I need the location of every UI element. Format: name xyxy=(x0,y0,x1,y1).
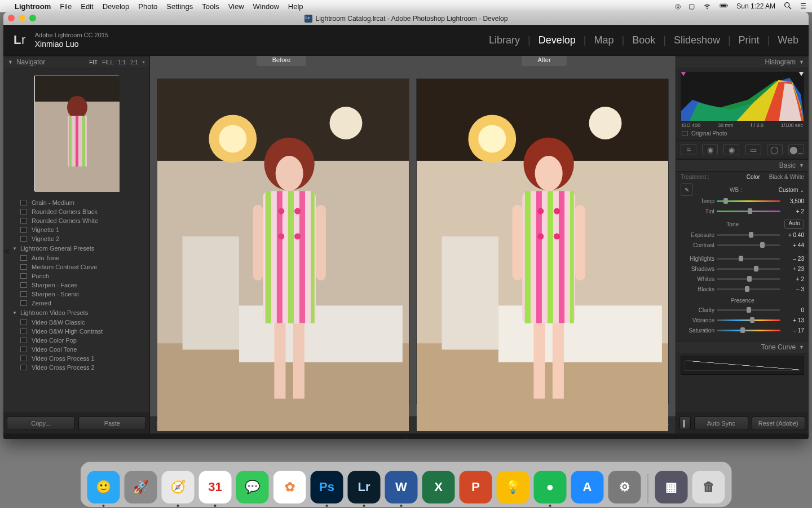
tonecurve-graph[interactable] xyxy=(681,356,804,375)
dock-app-settings[interactable]: ⚙ xyxy=(608,471,641,503)
grad-tool[interactable]: ▭ xyxy=(745,144,761,155)
preset-item[interactable]: Video B&W High Contrast xyxy=(3,327,149,336)
preset-item[interactable]: Sharpen - Scenic xyxy=(3,290,149,299)
close-button[interactable] xyxy=(8,15,15,21)
blacks-slider[interactable] xyxy=(717,286,780,292)
filmstrip-toggle[interactable]: ▴ xyxy=(3,433,809,439)
dock-app-word[interactable]: W xyxy=(385,471,418,503)
contrast-slider[interactable] xyxy=(717,242,780,248)
minimize-button[interactable] xyxy=(19,15,25,21)
dock-app-minimized-window[interactable]: ▦ xyxy=(655,471,688,503)
preset-group[interactable]: ▼Lightroom General Presets xyxy=(3,243,149,253)
module-library[interactable]: Library xyxy=(489,34,520,46)
module-book[interactable]: Book xyxy=(632,34,655,46)
sync-switch[interactable]: ▌ xyxy=(679,417,691,430)
preset-item[interactable]: Sharpen - Faces xyxy=(3,281,149,290)
menu-edit[interactable]: Edit xyxy=(81,2,93,11)
preset-group[interactable]: ▼Lightroom Video Presets xyxy=(3,308,149,318)
dock-app-messages[interactable]: 💬 xyxy=(236,471,269,503)
zoom-menu-icon[interactable]: ▸ xyxy=(143,59,145,65)
left-panel-toggle[interactable]: ◀ xyxy=(3,244,9,257)
wb-select[interactable]: Custom ⌄ xyxy=(779,187,804,193)
module-print[interactable]: Print xyxy=(739,34,760,46)
menu-extra-icon[interactable]: ☰ xyxy=(800,2,806,10)
preset-item[interactable]: Medium Contrast Curve xyxy=(3,262,149,271)
zoom-1-1[interactable]: 1:1 xyxy=(118,59,126,65)
shadows-slider[interactable] xyxy=(717,265,780,272)
dock-app-photoshop[interactable]: Ps xyxy=(311,471,343,503)
tint-value[interactable]: + 2 xyxy=(783,208,804,214)
copy-button[interactable]: Copy... xyxy=(7,417,75,430)
highlights-value[interactable]: – 23 xyxy=(783,256,804,262)
preset-item[interactable]: Punch xyxy=(3,271,149,281)
zoom-fill[interactable]: FILL xyxy=(102,59,113,65)
vibrance-slider[interactable] xyxy=(717,317,780,323)
dock-app-spotify[interactable]: ● xyxy=(534,471,567,503)
tonecurve-header[interactable]: Tone Curve ▼ xyxy=(676,341,809,353)
histogram-header[interactable]: Histogram ▼ xyxy=(676,56,809,68)
window-titlebar[interactable]: Lightroom Catalog.lrcat - Adobe Photosho… xyxy=(3,12,809,25)
dock-app-keep[interactable]: 💡 xyxy=(497,471,529,503)
module-slideshow[interactable]: Slideshow xyxy=(674,34,720,46)
temp-slider[interactable] xyxy=(717,198,780,204)
preset-item[interactable]: Vignette 2 xyxy=(3,234,149,243)
temp-value[interactable]: 3,500 xyxy=(783,198,804,204)
vibrance-value[interactable]: + 13 xyxy=(783,317,804,323)
preset-item[interactable]: Video Cross Process 2 xyxy=(3,363,149,372)
dock-app-lightroom[interactable]: Lr xyxy=(348,471,381,503)
preset-item[interactable]: Rounded Corners Black xyxy=(3,207,149,216)
dock-app-finder[interactable]: 🙂 xyxy=(87,471,120,503)
dock-app-trash[interactable]: 🗑 xyxy=(692,471,725,503)
shadows-value[interactable]: + 23 xyxy=(783,266,804,272)
auto-sync-button[interactable]: Auto Sync xyxy=(694,417,748,430)
zoom-fit[interactable]: FIT xyxy=(89,59,98,65)
crop-tool[interactable]: ⌗ xyxy=(681,144,696,155)
spot-tool[interactable]: ◉ xyxy=(702,144,718,155)
whites-value[interactable]: + 2 xyxy=(783,276,804,282)
dock-app-photos[interactable]: ✿ xyxy=(273,471,306,503)
highlights-slider[interactable] xyxy=(717,255,780,262)
histogram-graph[interactable] xyxy=(681,72,804,121)
treatment-color[interactable]: Color xyxy=(747,174,760,180)
saturation-value[interactable]: – 17 xyxy=(783,327,804,334)
right-panel-toggle[interactable]: ▶ xyxy=(803,244,809,257)
preset-item[interactable]: Rounded Corners White xyxy=(3,216,149,225)
navigator-preview[interactable] xyxy=(3,68,149,198)
dock-app-safari[interactable]: 🧭 xyxy=(162,471,195,503)
exposure-slider[interactable] xyxy=(717,231,780,238)
preset-item[interactable]: Video Cool Tone xyxy=(3,345,149,354)
dock-app-calendar[interactable]: 31 xyxy=(199,471,232,503)
menu-help[interactable]: Help xyxy=(288,2,303,11)
clarity-value[interactable]: 0 xyxy=(783,307,804,313)
exposure-value[interactable]: + 0.40 xyxy=(783,232,804,238)
contrast-value[interactable]: + 44 xyxy=(783,242,804,248)
menu-tools[interactable]: Tools xyxy=(202,2,219,11)
tint-slider[interactable] xyxy=(717,208,780,214)
module-develop[interactable]: Develop xyxy=(539,34,576,46)
menu-window[interactable]: Window xyxy=(253,2,279,11)
radial-tool[interactable]: ◯ xyxy=(767,144,783,155)
preset-item[interactable]: Video Cross Process 1 xyxy=(3,354,149,363)
saturation-slider[interactable] xyxy=(717,327,780,334)
zoom-button[interactable] xyxy=(29,15,36,21)
battery-icon[interactable] xyxy=(720,1,729,12)
wb-eyedropper[interactable]: ✎ xyxy=(681,183,693,196)
identity-plate[interactable]: Adobe Lightroom CC 2015 Xinmiao Luo xyxy=(35,31,108,49)
paste-button[interactable]: Paste xyxy=(78,417,147,430)
preset-item[interactable]: Video B&W Classic xyxy=(3,318,149,327)
preset-item[interactable]: Vignette 1 xyxy=(3,225,149,234)
menu-app[interactable]: Lightroom xyxy=(15,2,51,11)
module-web[interactable]: Web xyxy=(778,34,798,46)
dock-app-excel[interactable]: X xyxy=(422,471,455,503)
blacks-value[interactable]: – 3 xyxy=(783,286,804,292)
dock-app-powerpoint[interactable]: P xyxy=(460,471,492,503)
module-map[interactable]: Map xyxy=(594,34,614,46)
preset-item[interactable]: Video Color Pop xyxy=(3,336,149,345)
airplay-icon[interactable]: ▢ xyxy=(689,2,695,10)
menu-develop[interactable]: Develop xyxy=(103,2,130,11)
treatment-bw[interactable]: Black & White xyxy=(769,174,804,180)
original-photo-toggle[interactable]: Original Photo xyxy=(681,128,804,138)
wifi-icon[interactable] xyxy=(703,1,712,12)
presets-list[interactable]: Grain - MediumRounded Corners BlackRound… xyxy=(3,198,149,413)
brush-tool[interactable]: ⬤⎯ xyxy=(788,144,804,155)
